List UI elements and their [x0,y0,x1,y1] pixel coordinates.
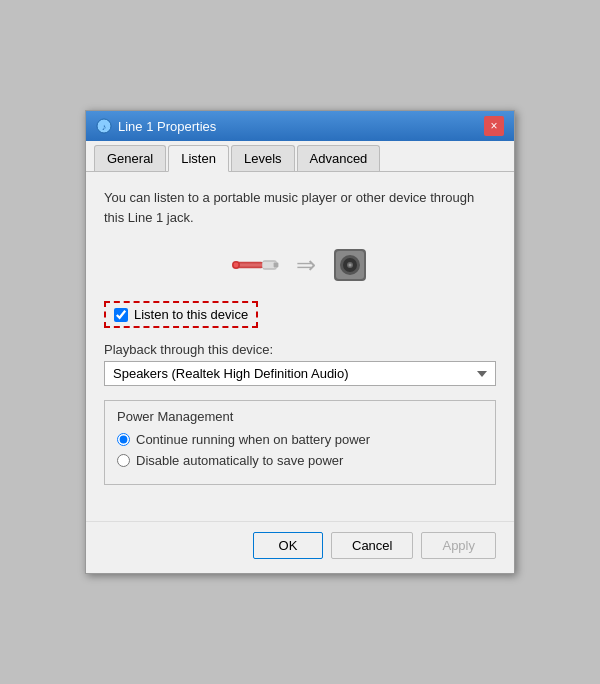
arrow-icon: ⇒ [296,251,316,279]
listen-checkbox-group[interactable]: Listen to this device [104,301,258,328]
radio-continue[interactable]: Continue running when on battery power [117,432,483,447]
svg-point-8 [234,263,239,268]
svg-point-14 [349,264,352,267]
listen-checkbox[interactable] [114,308,128,322]
tab-levels[interactable]: Levels [231,145,295,171]
ok-button[interactable]: OK [253,532,323,559]
radio-continue-label: Continue running when on battery power [136,432,370,447]
close-button[interactable]: × [484,116,504,136]
dialog-window: ♪ Line 1 Properties × General Listen Lev… [85,110,515,574]
power-management-title: Power Management [117,409,483,424]
tab-content: You can listen to a portable music playe… [86,172,514,521]
apply-button[interactable]: Apply [421,532,496,559]
power-management-group: Power Management Continue running when o… [104,400,496,485]
button-bar: OK Cancel Apply [86,521,514,573]
title-bar-left: ♪ Line 1 Properties [96,118,216,134]
listen-checkbox-label[interactable]: Listen to this device [134,307,248,322]
cancel-button[interactable]: Cancel [331,532,413,559]
radio-disable-input[interactable] [117,454,130,467]
playback-select[interactable]: Speakers (Realtek High Definition Audio) [104,361,496,386]
description-text: You can listen to a portable music playe… [104,188,496,227]
tab-bar: General Listen Levels Advanced [86,141,514,172]
dialog-title: Line 1 Properties [118,119,216,134]
radio-continue-input[interactable] [117,433,130,446]
device-diagram: ⇒ [104,247,496,283]
radio-disable[interactable]: Disable automatically to save power [117,453,483,468]
playback-section: Playback through this device: Speakers (… [104,342,496,400]
svg-rect-6 [274,263,279,268]
tab-advanced[interactable]: Advanced [297,145,381,171]
tab-listen[interactable]: Listen [168,145,229,172]
speaker-icon [332,247,368,283]
svg-text:♪: ♪ [102,122,107,132]
tab-general[interactable]: General [94,145,166,171]
title-bar: ♪ Line 1 Properties × [86,111,514,141]
audio-cable-icon [232,247,280,283]
radio-disable-label: Disable automatically to save power [136,453,343,468]
audio-icon: ♪ [96,118,112,134]
playback-label: Playback through this device: [104,342,496,357]
